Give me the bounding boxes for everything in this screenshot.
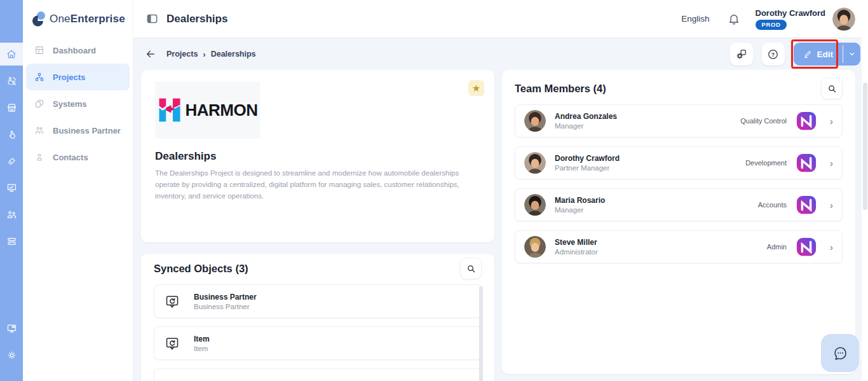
synced-object-text: Business Partner Business Partner xyxy=(194,293,257,310)
team-member-row[interactable]: Dorothy Crawford Partner Manager Develop… xyxy=(515,146,843,179)
edit-dropdown-button[interactable] xyxy=(843,43,860,66)
user-name: Dorothy Crawford xyxy=(756,8,826,18)
team-member-row[interactable]: Andrea Gonzales Manager Quality Control … xyxy=(515,104,843,137)
rail-design-button[interactable] xyxy=(0,148,23,174)
member-role: Manager xyxy=(555,122,740,130)
user-sync-icon xyxy=(6,76,17,87)
app-rail xyxy=(0,0,23,381)
help-glyph: ? xyxy=(771,51,775,57)
sidebar-item-dashboard[interactable]: Dashboard xyxy=(26,37,130,64)
sidebar-item-contacts[interactable]: Contacts xyxy=(26,144,130,170)
rail-home-button[interactable] xyxy=(0,43,23,66)
synced-object-row[interactable]: Business Partner Business Partner xyxy=(154,284,482,318)
monitor-apps-icon xyxy=(6,323,17,334)
avatar xyxy=(524,110,546,132)
page-scrollbar-thumb[interactable] xyxy=(863,83,867,210)
sidebar-toggle-icon[interactable] xyxy=(146,13,158,25)
synced-objects-header: Synced Objects (3) xyxy=(154,258,482,279)
language-selector[interactable]: English xyxy=(681,14,709,24)
sync-object-icon xyxy=(165,294,180,309)
member-name: Dorothy Crawford xyxy=(555,154,745,163)
sidebar-item-label: Systems xyxy=(53,99,86,109)
synced-object-name: Business Partner xyxy=(194,293,257,301)
member-info: Dorothy Crawford Partner Manager xyxy=(555,154,745,172)
breadcrumb-parent[interactable]: Projects xyxy=(166,50,198,59)
edit-split-button: Edit xyxy=(794,43,861,66)
rail-queue-button[interactable] xyxy=(0,228,23,254)
synced-objects-list: Business Partner Business Partner Item I… xyxy=(154,284,482,381)
rail-store-button[interactable] xyxy=(0,94,23,121)
environment-badge: PROD xyxy=(756,20,787,30)
edit-button-label: Edit xyxy=(817,50,834,59)
gear-icon xyxy=(6,350,17,361)
avatar xyxy=(524,152,546,174)
search-icon xyxy=(466,264,476,274)
harmon-logo-mark-icon xyxy=(158,97,182,123)
sync-object-icon xyxy=(165,336,180,351)
people-icon xyxy=(6,209,17,220)
star-icon: ★ xyxy=(472,83,480,93)
sidebar-item-projects[interactable]: Projects xyxy=(26,64,130,90)
team-members-list: Andrea Gonzales Manager Quality Control … xyxy=(515,104,843,263)
synced-object-text: Item Item xyxy=(194,335,210,352)
chevron-down-icon xyxy=(848,50,856,58)
chat-button[interactable] xyxy=(821,334,859,372)
edit-button[interactable]: Edit xyxy=(794,43,843,66)
user-avatar[interactable] xyxy=(832,8,855,31)
brand: OneEnterprise xyxy=(23,0,133,37)
sidebar: OneEnterprise Dashboard Projects Systems xyxy=(23,0,133,381)
help-icon: ? xyxy=(767,48,779,60)
project-logo-text: HARMON xyxy=(186,100,258,120)
member-role: Administrator xyxy=(555,248,767,256)
synced-objects-search-button[interactable] xyxy=(460,258,482,279)
user-menu[interactable]: Dorothy Crawford PROD xyxy=(756,8,826,30)
synced-object-row[interactable]: Item Item xyxy=(154,326,482,360)
member-department: Accounts xyxy=(758,201,787,209)
breadcrumb-current: Dealerships xyxy=(211,50,256,59)
member-role: Manager xyxy=(555,206,758,214)
business-partner-icon xyxy=(34,125,44,135)
systems-icon xyxy=(34,99,44,109)
team-members-header: Team Members (4) xyxy=(515,78,843,99)
gear-transport-icon xyxy=(735,48,747,60)
toolbar: Projects › Dealerships ? Edit xyxy=(133,38,868,70)
help-button[interactable]: ? xyxy=(762,43,785,66)
team-member-row[interactable]: Steve Miller Administrator Admin › xyxy=(515,230,843,263)
company-logo-icon xyxy=(796,237,817,256)
rail-settings-button[interactable] xyxy=(0,342,23,368)
left-column: HARMON ★ Dealerships The Dealerships Pro… xyxy=(141,70,494,381)
sidebar-item-label: Contacts xyxy=(53,153,88,162)
sidebar-item-business-partner[interactable]: Business Partner xyxy=(26,117,130,144)
synced-object-row-partial[interactable] xyxy=(154,368,482,381)
member-name: Andrea Gonzales xyxy=(555,112,740,121)
synced-list-scrollbar-thumb[interactable] xyxy=(479,286,483,381)
synced-object-type: Item xyxy=(194,345,210,352)
chevron-right-icon: › xyxy=(830,116,833,126)
sidebar-item-label: Dashboard xyxy=(53,46,96,55)
notifications-bell-icon[interactable] xyxy=(728,13,740,25)
contacts-icon xyxy=(34,152,44,162)
sync-settings-button[interactable] xyxy=(730,43,753,66)
rail-team-button[interactable] xyxy=(0,201,23,228)
rail-interaction-button[interactable] xyxy=(0,121,23,148)
rail-applications-button[interactable] xyxy=(0,315,23,342)
sidebar-item-systems[interactable]: Systems xyxy=(26,90,130,117)
member-info: Andrea Gonzales Manager xyxy=(555,112,740,130)
member-name: Steve Miller xyxy=(555,238,767,247)
team-members-search-button[interactable] xyxy=(821,78,843,99)
project-logo: HARMON xyxy=(155,81,260,139)
back-arrow-icon[interactable] xyxy=(145,48,156,60)
team-member-row[interactable]: Maria Rosario Manager Accounts › xyxy=(515,188,843,221)
rail-monitor-analytics-button[interactable] xyxy=(0,174,23,201)
rail-user-sync-button[interactable] xyxy=(0,67,23,94)
brand-name: OneEnterprise xyxy=(50,13,125,25)
project-description: The Dealerships Project is designed to s… xyxy=(155,168,480,202)
project-card: HARMON ★ Dealerships The Dealerships Pro… xyxy=(141,70,494,242)
member-info: Maria Rosario Manager xyxy=(555,196,758,214)
pencil-icon xyxy=(803,50,812,59)
company-logo-icon xyxy=(796,111,817,130)
favorite-button[interactable]: ★ xyxy=(468,80,484,96)
page-title: Dealerships xyxy=(166,13,227,25)
dashboard-icon xyxy=(34,45,44,55)
search-icon xyxy=(827,84,837,94)
